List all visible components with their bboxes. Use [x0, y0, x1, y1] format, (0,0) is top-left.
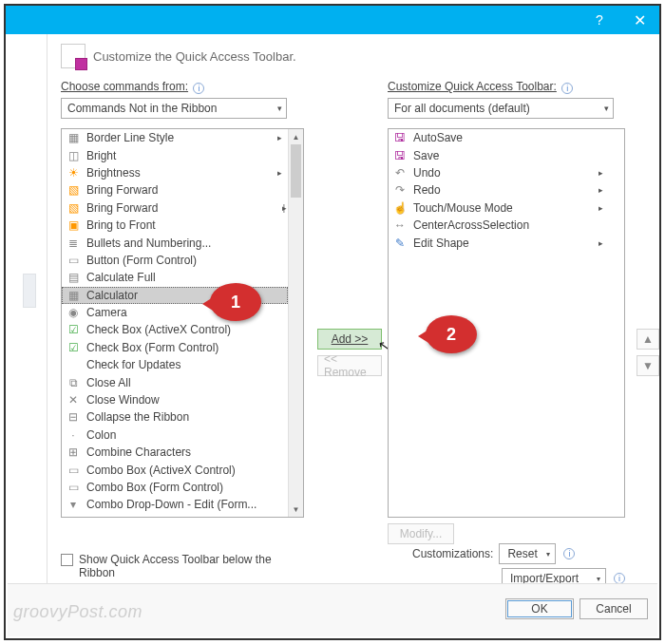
info-icon[interactable]: i — [193, 83, 204, 94]
scrollbar[interactable]: ▲ ▼ — [288, 129, 303, 517]
modify-button: Modify... — [388, 523, 454, 544]
chevron-right-icon: ▸ — [598, 168, 603, 178]
list-item-label: CenterAcrossSelection — [413, 218, 529, 232]
remove-button: << Remove — [317, 355, 382, 376]
list-item[interactable]: ☑Check Box (ActiveX Control) — [62, 321, 288, 338]
list-item-label: Calculate Full — [86, 271, 156, 284]
dropdown-value: For all documents (default) — [394, 102, 530, 115]
options-tab-strip[interactable] — [23, 274, 36, 308]
qat-listbox[interactable]: 🖫AutoSave🖫Save↶Undo▸↷Redo▸☝Touch/Mouse M… — [388, 128, 625, 518]
list-item-label: Combine Characters — [86, 445, 191, 459]
scroll-thumb[interactable] — [291, 144, 301, 198]
list-item[interactable]: ⊟Collapse the Ribbon — [62, 408, 288, 426]
collapse-icon: ⊟ — [66, 409, 81, 425]
list-item-label: Brightness — [86, 166, 141, 180]
chevron-right-split-icon: |▸ — [283, 203, 284, 213]
scroll-up-icon[interactable]: ▲ — [289, 129, 303, 144]
redo-icon: ↷ — [392, 182, 408, 198]
list-item-label: Combo List - Edit (Form Control) — [86, 516, 251, 517]
calculator-icon: ▦ — [66, 288, 81, 303]
choose-commands-dropdown[interactable]: Commands Not in the Ribbon ▾ — [61, 98, 287, 119]
list-item[interactable]: ⊞Combine Characters — [62, 444, 288, 461]
move-up-button: ▲ — [636, 329, 659, 350]
list-item-label: Collapse the Ribbon — [86, 410, 189, 424]
list-item[interactable]: ⧉Close All — [62, 373, 288, 390]
list-item[interactable]: ▣Bring to Front — [62, 217, 288, 234]
help-button[interactable]: ? — [580, 6, 619, 34]
list-item[interactable]: ✎Edit Shape▸ — [389, 234, 609, 251]
list-item[interactable]: ◫Bright — [62, 146, 288, 163]
list-item[interactable]: Check for Updates — [62, 356, 288, 373]
list-item-label: Close All — [86, 376, 131, 389]
list-item-label: Combo Box (ActiveX Control) — [86, 464, 236, 477]
show-qat-below-label: Show Quick Access Toolbar below the Ribb… — [79, 553, 298, 579]
list-item[interactable]: ▭Button (Form Control) — [62, 252, 288, 269]
list-item[interactable]: ▧Bring Forward|▸ — [62, 199, 288, 217]
list-item[interactable]: ▧Bring Forward — [62, 181, 288, 199]
list-item[interactable]: ↔CenterAcrossSelection — [389, 217, 609, 234]
list-item-label: Close Window — [86, 393, 160, 407]
brightness-icon: ☀ — [66, 165, 81, 180]
list-item-label: Touch/Mouse Mode — [413, 201, 513, 215]
info-icon[interactable]: i — [561, 83, 573, 94]
reset-button[interactable]: Reset ▾ — [499, 543, 556, 564]
combo-list-icon: ▤ — [66, 515, 81, 517]
dropdown-value: Commands Not in the Ribbon — [67, 102, 217, 115]
combo-icon: ▭ — [66, 480, 81, 495]
calc-full-icon: ▤ — [66, 270, 81, 285]
list-item[interactable]: ☑Check Box (Form Control) — [62, 339, 288, 356]
add-button[interactable]: Add >> — [317, 329, 382, 350]
list-item[interactable]: ☝Touch/Mouse Mode▸ — [389, 199, 609, 217]
list-item[interactable]: ▤Combo List - Edit (Form Control) — [62, 514, 288, 517]
show-qat-below-checkbox[interactable] — [61, 554, 73, 566]
watermark: groovyPost.com — [13, 602, 142, 622]
list-item-label: Bullets and Numbering... — [86, 237, 211, 250]
dialog-body: Customize the Quick Access Toolbar. Choo… — [23, 34, 657, 583]
chevron-right-icon: ▸ — [598, 203, 603, 213]
list-item-label: Button (Form Control) — [86, 254, 197, 267]
list-item[interactable]: 🖫AutoSave — [389, 129, 609, 146]
customize-qat-label: Customize Quick Access Toolbar: i — [388, 80, 625, 94]
annotation-callout-2: 2 — [426, 315, 477, 353]
combo-icon: ▭ — [66, 463, 81, 478]
list-item-label: Bright — [86, 149, 116, 162]
checkbox-icon: ☑ — [66, 340, 81, 355]
list-item[interactable]: 🖫Save — [389, 146, 609, 163]
list-item[interactable]: ✕Close Window — [62, 391, 288, 408]
chevron-right-icon: ▸ — [277, 168, 282, 178]
close-button[interactable]: ✕ — [619, 6, 659, 34]
list-item[interactable]: ▾Combo Drop-Down - Edit (Form... — [62, 496, 288, 513]
list-item[interactable]: ≣Bullets and Numbering... — [62, 234, 288, 251]
center-icon: ↔ — [392, 218, 408, 233]
annotation-callout-1: 1 — [210, 283, 261, 321]
chevron-down-icon: ▾ — [546, 550, 550, 559]
commands-listbox[interactable]: ▦Border Line Style▸◫Bright☀Brightness▸▧B… — [61, 128, 304, 518]
cancel-button[interactable]: Cancel — [580, 598, 648, 619]
info-icon[interactable]: i — [563, 548, 575, 559]
list-item-label: Undo — [413, 166, 441, 180]
list-item-label: Bring Forward — [86, 201, 158, 215]
list-item[interactable]: ▦Border Line Style▸ — [62, 129, 288, 146]
scroll-down-icon[interactable]: ▼ — [289, 502, 303, 517]
list-item[interactable]: ▭Combo Box (Form Control) — [62, 479, 288, 496]
move-down-button: ▼ — [636, 355, 659, 376]
list-item[interactable]: ·Colon — [62, 426, 288, 444]
choose-commands-label: Choose commands from: i — [61, 80, 304, 94]
ok-button[interactable]: OK — [505, 598, 574, 619]
close-all-icon: ⧉ — [66, 375, 81, 390]
list-item-label: Check Box (Form Control) — [86, 341, 218, 354]
cube-icon: ◫ — [66, 148, 81, 163]
list-item[interactable]: ↷Redo▸ — [389, 181, 609, 199]
list-item-label: Check Box (ActiveX Control) — [86, 323, 231, 336]
list-item[interactable]: ▭Combo Box (ActiveX Control) — [62, 461, 288, 478]
customize-qat-dropdown[interactable]: For all documents (default) ▾ — [388, 98, 614, 119]
colon-icon: · — [66, 427, 81, 443]
list-item[interactable]: ↶Undo▸ — [389, 164, 609, 181]
customizations-label: Customizations: — [412, 547, 493, 560]
list-item-label: Edit Shape — [413, 237, 469, 250]
list-item-label: Camera — [86, 306, 127, 319]
button-icon: ▭ — [66, 253, 81, 268]
list-item[interactable]: ☀Brightness▸ — [62, 164, 288, 181]
list-item-label: Colon — [86, 428, 116, 442]
list-item[interactable]: ▤Calculate Full — [62, 269, 288, 286]
